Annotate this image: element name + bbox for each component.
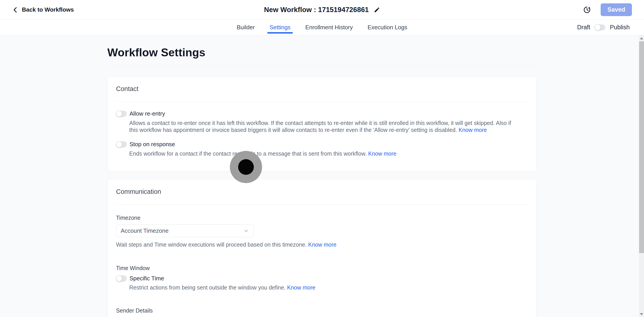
click-indicator-dot [238,159,254,175]
communication-divider [116,204,528,204]
time-window-label: Time Window [116,265,528,272]
stop-on-response-toggle[interactable] [116,141,127,148]
scrollbar-down-arrow[interactable] [639,311,644,317]
time-window-know-more-link[interactable]: Know more [287,284,315,290]
timezone-description: Wait steps and Time window executions wi… [116,242,528,248]
tab-execution-logs[interactable]: Execution Logs [367,20,408,35]
scrollbar-up-arrow[interactable] [639,35,644,41]
history-clock-icon[interactable] [583,6,591,14]
top-header: Back to Workflows New Workflow : 1715194… [0,0,644,20]
communication-section-title: Communication [116,179,528,196]
time-window-description: Restrict actions from being sent outside… [129,284,528,291]
contact-section-title: Contact [116,76,528,92]
back-label: Back to Workflows [22,6,74,13]
allow-reentry-description: Allows a contact to re-enter once it has… [129,120,520,134]
title-divider [107,65,537,66]
chevron-left-icon [12,6,19,13]
click-indicator-overlay [230,151,262,183]
workflow-title-group: New Workflow : 1715194726861 [264,6,380,14]
specific-time-label: Specific Time [130,275,164,282]
edit-pencil-icon[interactable] [374,7,380,13]
allow-reentry-know-more-link[interactable]: Know more [459,127,487,133]
allow-reentry-label: Allow re-entry [130,110,165,117]
publish-label: Publish [610,24,630,31]
workflow-title: New Workflow : 1715194726861 [264,6,369,14]
timezone-label: Timezone [116,214,528,221]
publish-toggle[interactable] [594,24,605,30]
main-scroll-area: Workflow Settings Contact Allow re-entry… [0,35,644,317]
tab-builder[interactable]: Builder [236,20,256,35]
stop-on-response-description: Ends workflow for a contact if the conta… [129,150,520,157]
timezone-selected-value: Account Timezone [121,227,243,234]
timezone-select[interactable]: Account Timezone [116,224,254,237]
scrollbar-thumb[interactable] [639,41,644,253]
draft-label: Draft [577,24,590,31]
stop-on-response-label: Stop on response [130,141,175,148]
stop-on-response-row: Stop on response Ends workflow for a con… [116,141,528,157]
contact-divider [116,102,528,102]
stop-on-response-know-more-link[interactable]: Know more [368,150,396,157]
allow-reentry-toggle[interactable] [116,111,127,117]
tab-enrollment-history[interactable]: Enrollment History [304,20,354,35]
specific-time-toggle[interactable] [116,276,127,282]
contact-card: Contact Allow re-entry Allows a contact … [107,76,537,172]
tab-bar: Builder Settings Enrollment History Exec… [0,20,644,35]
page-title: Workflow Settings [107,35,537,59]
specific-time-row: Specific Time [116,275,528,282]
chevron-down-icon [243,228,249,234]
timezone-know-more-link[interactable]: Know more [308,242,336,248]
tab-settings[interactable]: Settings [268,20,291,35]
saved-button[interactable]: Saved [600,3,632,16]
sender-details-label: Sender Details [116,308,528,314]
communication-card: Communication Timezone Account Timezone … [107,179,537,317]
vertical-scrollbar[interactable] [639,35,644,317]
allow-reentry-row: Allow re-entry Allows a contact to re-en… [116,110,528,134]
back-to-workflows-button[interactable]: Back to Workflows [12,6,74,13]
